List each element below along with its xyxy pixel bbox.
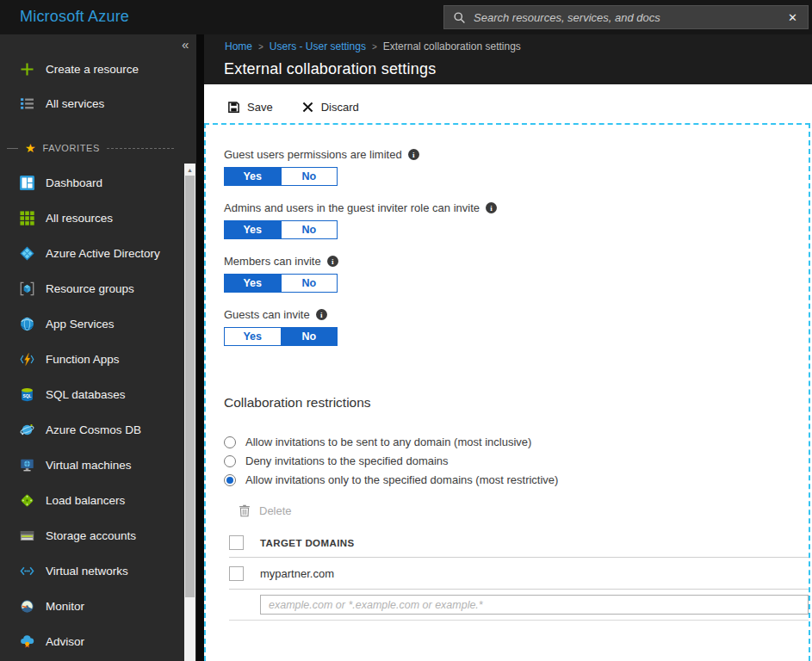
toggle-option-no[interactable]: No [281,328,338,345]
dashboard-icon [20,176,34,190]
sidebar-item-resource-groups[interactable]: Resource groups [0,271,196,306]
sidebar-item-dashboard[interactable]: Dashboard [0,165,196,201]
setting-admins-and-users-in-the-guest-inviter-role-can-invite: Admins and users in the guest inviter ro… [224,201,809,239]
info-icon[interactable]: i [327,256,338,267]
radio-option-deny-invitations-to-the-specified-domain[interactable]: Deny invitations to the specified domain… [224,454,809,467]
sidebar-item-storage-accounts[interactable]: Storage accounts [0,518,196,553]
sidebar-item-app-services[interactable]: App Services [0,306,196,342]
toggle-option-no[interactable]: No [281,275,338,292]
scroll-up-icon[interactable]: ▲ [184,164,195,176]
radio-option-allow-invitations-to-be-sent-to-any-doma[interactable]: Allow invitations to be sent to any doma… [224,436,809,448]
favorites-header: ★ FAVORITES [0,131,196,165]
setting-members-can-invite: Members can inviteiYesNo [224,255,809,293]
sidebar-item-azure-active-directory[interactable]: Azure Active Directory [0,236,196,271]
info-icon[interactable]: i [486,202,497,213]
virtual-networks-icon [20,564,34,578]
favorites-star-icon: ★ [25,142,36,154]
breadcrumb-separator-icon: > [372,42,377,52]
app-services-icon [20,317,34,331]
top-bar: Microsoft Azure Search resources, servic… [0,0,812,34]
row-checkbox[interactable] [229,566,244,581]
sidebar-item-monitor[interactable]: Monitor [0,589,196,624]
toggle-option-no[interactable]: No [281,221,338,238]
trash-icon [239,504,251,517]
toggle-option-yes[interactable]: Yes [225,168,281,185]
sidebar-item-label: App Services [46,318,115,330]
sidebar-item-label: Azure Active Directory [46,247,160,260]
cosmos-db-icon [20,423,34,437]
toggle-settings-group: Guest users permissions are limitediYesN… [224,148,809,346]
sidebar-collapse-icon[interactable]: « [182,37,189,52]
domain-rows: mypartner.com [224,558,809,590]
sidebar-item-label: All services [46,97,104,110]
guests-can-invite-toggle: YesNo [224,327,338,346]
setting-guest-users-permissions-are-limited: Guest users permissions are limitediYesN… [224,148,809,186]
info-icon[interactable]: i [316,309,327,320]
command-bar: Save Discard [204,90,812,123]
sidebar-item-create-a-resource[interactable]: Create a resource [0,52,196,86]
sidebar-item-label: Monitor [46,600,84,613]
breadcrumb: Home>Users - User settings>External coll… [204,34,812,53]
scrollbar-thumb[interactable] [185,176,195,597]
delete-label: Delete [259,504,292,517]
admins-and-users-in-the-guest-inviter-role-can-invite-toggle: YesNo [224,220,338,239]
azure-logo[interactable]: Microsoft Azure [20,8,129,26]
toggle-option-yes[interactable]: Yes [225,275,281,292]
sidebar-item-function-apps[interactable]: Function Apps [0,342,196,377]
storage-accounts-icon [20,528,34,543]
svg-text:SQL: SQL [22,394,31,398]
members-can-invite-toggle: YesNo [224,274,338,293]
sidebar-item-advisor[interactable]: Advisor [0,624,196,659]
radio-option-allow-invitations-only-to-the-specified-[interactable]: Allow invitations only to the specified … [224,473,809,486]
save-button[interactable]: Save [227,101,273,114]
favorites-dash [107,148,174,149]
radio-icon[interactable] [224,474,236,486]
sidebar-item-azure-cosmos-db[interactable]: Azure Cosmos DB [0,412,196,448]
favorites-dash [7,148,18,149]
virtual-machines-icon [20,458,34,473]
domain-row-mypartner-com: mypartner.com [229,558,809,590]
domain-name: mypartner.com [260,567,334,580]
global-search[interactable]: Search resources, services, and docs ✕ [443,5,809,29]
discard-button[interactable]: Discard [301,101,359,114]
delete-button[interactable]: Delete [239,504,809,517]
sidebar-item-sql-databases[interactable]: SQLSQL databases [0,377,196,412]
sql-databases-icon: SQL [20,387,34,402]
sidebar-item-all-resources[interactable]: All resources [0,201,196,236]
settings-panel: Guest users permissions are limitediYesN… [204,123,810,661]
column-header: TARGET DOMAINS [260,538,355,548]
sidebar-scrollbar[interactable]: ▲ [184,164,195,661]
resource-groups-icon [20,281,34,296]
new-domain-input[interactable] [260,595,809,615]
sidebar-item-virtual-machines[interactable]: Virtual machines [0,448,196,483]
function-apps-icon [20,352,34,367]
search-input[interactable]: Search resources, services, and docs [474,11,778,24]
plus-icon [20,62,34,77]
select-all-checkbox[interactable] [229,535,244,550]
target-domains-table: TARGET DOMAINS mypartner.com [224,528,809,621]
breadcrumb-item-users-user-settings[interactable]: Users - User settings [270,40,366,53]
breadcrumb-item-home[interactable]: Home [225,40,252,53]
sidebar-item-label: Load balancers [46,494,125,507]
sidebar-item-all-services[interactable]: All services [0,86,196,120]
radio-icon[interactable] [224,455,236,467]
sidebar-item-label: All resources [46,212,113,225]
sidebar-item-virtual-networks[interactable]: Virtual networks [0,553,196,589]
sidebar-favorites-list: DashboardAll resourcesAzure Active Direc… [0,165,196,659]
sidebar-top-group: Create a resourceAll services [0,34,196,120]
favorites-label: FAVORITES [43,143,100,153]
page-header: Home>Users - User settings>External coll… [204,34,812,84]
sidebar-item-label: Virtual machines [46,459,132,472]
info-icon[interactable]: i [408,149,419,160]
radio-label: Allow invitations to be sent to any doma… [245,436,531,448]
sidebar-item-label: Function Apps [46,353,120,366]
radio-label: Allow invitations only to the specified … [245,473,558,486]
search-icon [453,11,466,24]
radio-icon[interactable] [224,436,236,448]
toggle-option-yes[interactable]: Yes [225,221,281,238]
toggle-option-no[interactable]: No [281,168,338,185]
toggle-option-yes[interactable]: Yes [225,328,281,345]
search-clear-icon[interactable]: ✕ [786,11,799,24]
sidebar-item-load-balancers[interactable]: Load balancers [0,483,196,518]
content-left-gutter [196,34,204,661]
